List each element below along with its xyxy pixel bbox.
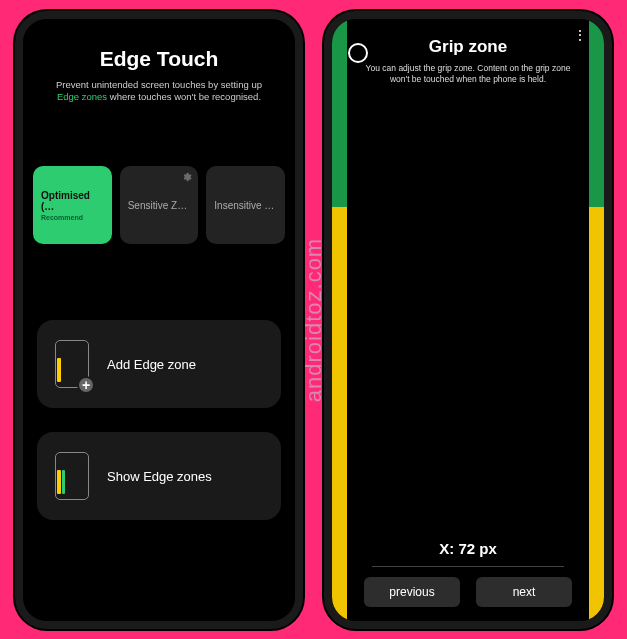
add-edge-zone-button[interactable]: + Add Edge zone (37, 320, 281, 408)
page-description: You can adjust the grip zone. Content on… (362, 63, 574, 85)
x-value-label: X: 72 px (332, 540, 604, 557)
page-title: Edge Touch (23, 47, 295, 71)
show-edge-zones-button[interactable]: Show Edge zones (37, 432, 281, 520)
more-icon[interactable]: ⋮ (573, 27, 586, 43)
mode-selector: Optimised (… Recommend Sensitive Z… Inse… (33, 166, 285, 244)
watermark: androidtoz.com (301, 237, 327, 401)
nav-buttons: previous next (332, 577, 604, 607)
drag-handle-icon[interactable] (348, 43, 368, 63)
screen-edge-touch: Edge Touch Prevent unintended screen tou… (23, 19, 295, 621)
phone-right-grip-zone: ⋮ Grip zone You can adjust the grip zone… (324, 11, 612, 629)
phone-left-edge-touch: Edge Touch Prevent unintended screen tou… (15, 11, 303, 629)
mode-insensitive[interactable]: Insensitive … (206, 166, 285, 244)
next-button[interactable]: next (476, 577, 572, 607)
page-title: Grip zone (332, 37, 604, 57)
separator (372, 566, 564, 567)
add-zone-icon: + (55, 340, 89, 388)
screen-grip-zone: ⋮ Grip zone You can adjust the grip zone… (332, 19, 604, 621)
grip-zone-right-top (589, 19, 604, 207)
grip-zone-right-bottom[interactable] (589, 207, 604, 621)
page-description: Prevent unintended screen touches by set… (45, 79, 273, 105)
previous-button[interactable]: previous (364, 577, 460, 607)
plus-icon: + (77, 376, 95, 394)
gear-icon (182, 172, 192, 182)
show-zones-icon (55, 452, 89, 500)
grip-zone-left-top (332, 19, 347, 207)
grip-zone-left-bottom[interactable] (332, 207, 347, 621)
mode-optimised[interactable]: Optimised (… Recommend (33, 166, 112, 244)
mode-sensitive[interactable]: Sensitive Z… (120, 166, 199, 244)
